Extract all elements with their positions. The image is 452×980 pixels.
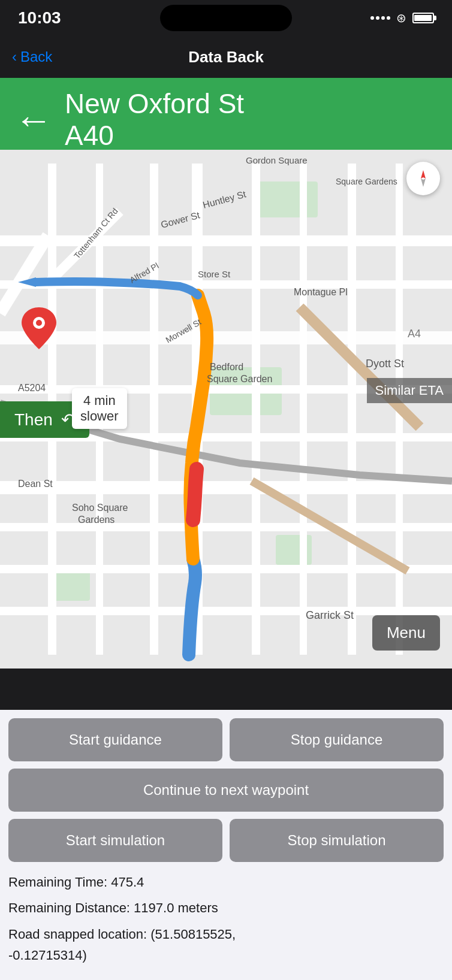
svg-text:Soho Square: Soho Square bbox=[72, 503, 128, 513]
bottom-controls: Start guidance Stop guidance Continue to… bbox=[0, 710, 452, 980]
dynamic-island bbox=[160, 5, 292, 31]
guidance-buttons-row: Start guidance Stop guidance bbox=[8, 718, 444, 761]
then-label: Then bbox=[14, 410, 53, 429]
compass-icon bbox=[412, 168, 434, 189]
svg-text:Montague Pl: Montague Pl bbox=[294, 287, 348, 297]
back-button[interactable]: ‹ Back bbox=[12, 49, 52, 65]
road-number: A40 bbox=[65, 119, 244, 152]
svg-rect-5 bbox=[0, 235, 452, 246]
start-simulation-button[interactable]: Start simulation bbox=[8, 819, 222, 862]
svg-rect-20 bbox=[348, 164, 356, 655]
slower-text: 4 minslower bbox=[80, 393, 119, 424]
remaining-time-info: Remaining Time: 475.4 bbox=[8, 869, 444, 895]
direction-info: New Oxford St A40 bbox=[65, 89, 244, 152]
svg-marker-50 bbox=[421, 179, 426, 187]
menu-button[interactable]: Menu bbox=[372, 615, 440, 651]
status-time: 10:03 bbox=[18, 8, 61, 28]
road-snapped-info: Road snapped location: (51.50815525,-0.1… bbox=[8, 921, 444, 968]
svg-text:Store St: Store St bbox=[198, 269, 231, 279]
svg-text:A5204: A5204 bbox=[18, 383, 46, 393]
svg-text:Dean St: Dean St bbox=[18, 479, 53, 489]
svg-text:Square Garden: Square Garden bbox=[207, 374, 272, 384]
svg-text:Square Gardens: Square Gardens bbox=[336, 177, 397, 186]
svg-point-29 bbox=[36, 320, 42, 326]
svg-rect-12 bbox=[0, 565, 452, 573]
svg-rect-13 bbox=[0, 607, 452, 615]
turn-arrow-icon: → bbox=[14, 101, 53, 139]
similar-eta-label: Similar ETA bbox=[367, 378, 453, 403]
stop-simulation-button[interactable]: Stop simulation bbox=[230, 819, 444, 862]
simulation-buttons-row: Start simulation Stop simulation bbox=[8, 819, 444, 862]
svg-text:Garrick St: Garrick St bbox=[306, 609, 354, 621]
svg-marker-49 bbox=[421, 170, 426, 179]
continue-waypoint-button[interactable]: Continue to next waypoint bbox=[8, 769, 444, 812]
svg-text:Dyott St: Dyott St bbox=[366, 358, 404, 370]
wifi-icon: ⊛ bbox=[396, 11, 406, 25]
svg-rect-16 bbox=[150, 164, 158, 655]
status-bar: 10:03 ⊛ bbox=[0, 0, 452, 36]
stop-guidance-button[interactable]: Stop guidance bbox=[230, 718, 444, 761]
svg-text:Gordon Square: Gordon Square bbox=[246, 155, 308, 165]
svg-text:Bedford: Bedford bbox=[210, 362, 243, 372]
map-area[interactable]: Gower St Huntley St Gordon Square Square… bbox=[0, 150, 452, 669]
svg-rect-10 bbox=[0, 481, 452, 494]
svg-rect-11 bbox=[0, 523, 452, 531]
svg-rect-1 bbox=[258, 182, 318, 217]
similar-eta-text: Similar ETA bbox=[375, 383, 444, 398]
signal-icon bbox=[370, 16, 390, 20]
page-title: Data Back bbox=[188, 48, 264, 66]
chevron-left-icon: ‹ bbox=[12, 49, 17, 65]
remaining-distance-info: Remaining Distance: 1197.0 meters bbox=[8, 895, 444, 921]
back-label: Back bbox=[20, 49, 52, 65]
navigation-bar: ‹ Back Data Back bbox=[0, 36, 452, 78]
svg-rect-18 bbox=[252, 164, 260, 655]
menu-label: Menu bbox=[387, 624, 426, 642]
svg-rect-19 bbox=[300, 164, 307, 655]
street-name: New Oxford St bbox=[65, 89, 244, 119]
alternative-route-label: 4 minslower bbox=[72, 388, 127, 429]
svg-text:A4: A4 bbox=[408, 328, 421, 340]
battery-icon bbox=[412, 13, 434, 23]
start-guidance-button[interactable]: Start guidance bbox=[8, 718, 222, 761]
status-icons: ⊛ bbox=[370, 11, 434, 25]
svg-text:Gardens: Gardens bbox=[78, 515, 114, 525]
svg-rect-7 bbox=[0, 331, 452, 344]
compass[interactable] bbox=[406, 162, 440, 195]
